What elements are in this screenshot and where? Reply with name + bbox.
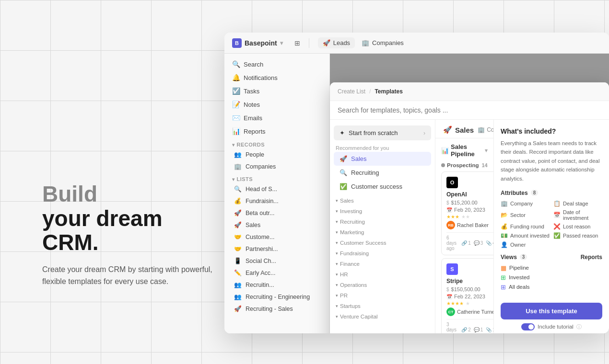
people-icon: 👥 — [234, 151, 242, 158]
template-modal: Create List / Templates — [330, 82, 609, 333]
app-name: Basepoint — [245, 39, 277, 47]
group-pr[interactable]: ▾ PR — [330, 290, 435, 301]
list-recruiting-sales-icon: 🚀 — [234, 305, 242, 312]
pipeline-area: 📊 Sales Pipeline ▾ — [435, 138, 493, 333]
leads-tab[interactable]: 🚀 Leads — [318, 37, 355, 48]
attr-amount-invested: 💵 Amount invested — [501, 232, 550, 239]
list-fundraising-icon: 💰 — [234, 197, 242, 205]
sidebar-people[interactable]: 👥 People — [224, 148, 329, 160]
group-finance[interactable]: ▾ Finance — [330, 259, 435, 269]
app-logo-icon: B — [232, 38, 242, 48]
group-vc[interactable]: ▾ Venture Capital — [330, 311, 435, 322]
layout-icon[interactable]: ⊞ — [291, 36, 304, 50]
list-item-recruiting[interactable]: 👥 Recruitin... — [224, 279, 329, 291]
list-item-recruiting-eng[interactable]: 👥 Recruiting - Engineering — [224, 291, 329, 303]
include-tutorial-toggle[interactable] — [521, 323, 535, 330]
list-item-head[interactable]: 🔍 Head of S... — [224, 183, 329, 195]
list-recruiting-eng-icon: 👥 — [234, 293, 242, 300]
list-item-recruiting-sales[interactable]: 🚀 Recruiting - Sales — [224, 303, 329, 315]
title-bar: B Basepoint ▾ ⊞ 🚀 Leads 🏢 Companies — [224, 33, 609, 54]
companies-list-icon: 🏢 — [234, 163, 242, 170]
pipeline-view-icon: ▦ — [501, 264, 506, 272]
view-pipeline: ▦ Pipeline — [501, 264, 529, 272]
title-bar-divider — [309, 38, 309, 48]
sidebar-notifications[interactable]: 🔔 Notifications — [224, 71, 329, 84]
attr-deal-stage: 📋 Deal stage — [553, 200, 602, 207]
openai-avatar: RB — [446, 221, 455, 229]
attr-company: 🏢 Company — [501, 200, 550, 207]
info-icon: ⓘ — [576, 323, 582, 330]
tasks-icon: ☑️ — [232, 87, 240, 95]
customer-success-cat-icon: ✅ — [340, 183, 347, 190]
reports-section: Reports — [581, 254, 602, 261]
list-item-beta[interactable]: 🚀 Beta outr... — [224, 207, 329, 219]
list-item-social[interactable]: 📱 Social Ch... — [224, 255, 329, 267]
pipeline-icon: 📊 — [441, 147, 449, 154]
list-recruiting-icon: 👥 — [234, 281, 242, 288]
sidebar-search[interactable]: 🔍 Search — [224, 57, 329, 71]
group-customer-success[interactable]: ▾ Customer Success — [330, 238, 435, 248]
template-body: ✦ Start from scratch › Recommended for y… — [330, 120, 609, 333]
group-investing[interactable]: ▾ Investing — [330, 206, 435, 216]
list-item-early[interactable]: ✏️ Early Acc... — [224, 267, 329, 279]
use-template-button[interactable]: Use this template — [501, 303, 602, 319]
start-from-scratch-btn[interactable]: ✦ Start from scratch › — [334, 125, 431, 140]
deal-card-openai[interactable]: O OpenAI $ $15,200.00 📅 — [441, 171, 494, 255]
attributes-section: Attributes 8 🏢 Company 📋 — [501, 190, 602, 248]
pipeline-chevron: ▾ — [485, 148, 488, 154]
group-operations[interactable]: ▾ Operations — [330, 280, 435, 290]
list-sales-icon: 🚀 — [234, 221, 242, 228]
create-list-link[interactable]: Create List — [338, 88, 365, 95]
group-recruiting[interactable]: ▾ Recruiting — [330, 216, 435, 227]
group-sales[interactable]: ▾ Sales — [330, 195, 435, 206]
template-search-input[interactable] — [338, 106, 601, 114]
content-area: Create List / Templates — [330, 54, 609, 333]
preview-companies-icon: 🏢 — [478, 126, 485, 133]
amount-icon: 💵 — [501, 232, 508, 239]
openai-date: 📅 Feb 20, 2023 — [446, 207, 494, 213]
template-search-area — [330, 101, 609, 120]
deal-card-stripe[interactable]: S Stripe $ $150,500.00 📅 — [441, 258, 494, 333]
group-hr[interactable]: ▾ HR — [330, 269, 435, 280]
stripe-logo: S — [446, 263, 458, 275]
records-section[interactable]: ▾ Records — [224, 138, 329, 148]
template-center-panel: 🚀 Sales 🏢 Companies — [435, 120, 494, 333]
sidebar-tasks[interactable]: ☑️ Tasks — [224, 84, 329, 98]
funding-icon: 💰 — [501, 223, 508, 230]
openai-stars: ★★★★★ — [446, 214, 494, 219]
list-item-sales[interactable]: 🚀 Sales — [224, 219, 329, 231]
template-right-panel: What's included? Everything a Sales team… — [494, 120, 609, 333]
category-customer-success[interactable]: ✅ Customer success — [334, 180, 431, 193]
list-item-customer[interactable]: 🤝 Custome... — [224, 231, 329, 243]
preview-header: 🚀 Sales 🏢 Companies — [435, 120, 493, 138]
stripe-date: 📅 Feb 22, 2023 — [446, 294, 494, 299]
main-area: 🔍 Search 🔔 Notifications ☑️ Tasks 📝 Note… — [224, 54, 609, 333]
stripe-stars: ★★★★★ — [446, 301, 494, 306]
list-beta-icon: 🚀 — [234, 209, 242, 216]
stripe-avatar: CT — [446, 307, 455, 316]
sidebar-reports[interactable]: 📊 Reports — [224, 125, 329, 138]
chevron-lists-icon: ▾ — [232, 177, 235, 182]
app-logo[interactable]: B Basepoint ▾ — [232, 38, 283, 48]
sidebar-companies[interactable]: 🏢 Companies — [224, 160, 329, 172]
list-item-fundraising[interactable]: 💰 Fundraisin... — [224, 195, 329, 207]
attr-owner: 👤 Owner — [501, 241, 550, 248]
deal-stage-icon: 📋 — [553, 200, 561, 207]
group-fundraising[interactable]: ▾ Fundraising — [330, 248, 435, 259]
category-sales[interactable]: 🚀 Sales — [334, 152, 431, 166]
list-item-partner[interactable]: 🤝 Partnershi... — [224, 243, 329, 255]
dropdown-icon: ▾ — [280, 40, 283, 46]
lists-section[interactable]: ▾ Lists — [224, 172, 329, 183]
sidebar-emails[interactable]: ✉️ Emails — [224, 111, 329, 125]
sidebar-notes[interactable]: 📝 Notes — [224, 98, 329, 111]
category-recruiting[interactable]: 🔍 Recruiting — [334, 166, 431, 180]
group-marketing[interactable]: ▾ Marketing — [330, 227, 435, 238]
group-startups[interactable]: ▾ Startups — [330, 301, 435, 311]
companies-tab[interactable]: 🏢 Companies — [357, 37, 409, 48]
stripe-counts: 🔗2 💬1 📎1 🕐4d — [461, 327, 494, 332]
nav-tabs: 🚀 Leads 🏢 Companies — [318, 37, 409, 48]
company-icon: 🏢 — [501, 200, 508, 207]
attr-sector: 📂 Sector — [501, 209, 550, 221]
list-social-icon: 📱 — [234, 257, 242, 264]
preview-title: 🚀 Sales — [443, 125, 474, 134]
